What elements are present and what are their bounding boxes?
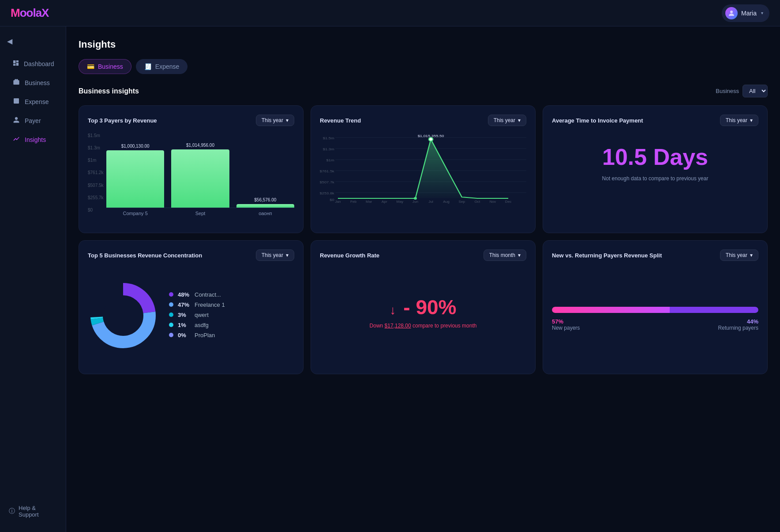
payer-split-period-dropdown[interactable]: This year ▾ <box>720 249 758 261</box>
sidebar-collapse-button[interactable]: ◀ <box>0 33 66 54</box>
sidebar-item-expense[interactable]: Expense <box>4 93 62 110</box>
chevron-icon: ▾ <box>750 252 753 258</box>
sidebar-item-insights[interactable]: Insights <box>4 131 62 148</box>
legend-item-contract: 48% Contract... <box>169 291 225 298</box>
help-support-button[interactable]: ⓘ Help & Support <box>0 498 66 525</box>
split-section: 57% New payers 44% Returning payers <box>552 272 758 331</box>
card-header: Revenue Trend This year ▾ <box>320 115 526 126</box>
svg-text:Jun: Jun <box>412 200 418 204</box>
page-title: Insights <box>79 39 768 50</box>
svg-text:Jan: Jan <box>335 200 341 204</box>
expense-icon <box>12 97 20 106</box>
avg-time-period-dropdown[interactable]: This year ▾ <box>720 115 758 126</box>
revenue-concentration-card: Top 5 Businesses Revenue Concentration T… <box>79 240 304 374</box>
legend: 48% Contract... 47% Freelance 1 3% qwert <box>169 291 225 342</box>
new-pct: 57% <box>552 318 580 325</box>
svg-text:Apr: Apr <box>382 200 387 204</box>
sidebar-item-label: Insights <box>25 136 46 143</box>
period-label: This year <box>262 117 283 123</box>
bar-sept: $1,014,956.00 <box>171 143 229 208</box>
sidebar-item-label: Dashboard <box>24 60 54 67</box>
bar-fill <box>106 150 164 208</box>
business-filter-select[interactable]: All <box>742 85 768 97</box>
split-labels: 57% New payers 44% Returning payers <box>552 318 758 331</box>
svg-point-34 <box>103 296 143 335</box>
chevron-icon: ▾ <box>518 117 521 123</box>
avg-time-sub: Not enough data to compare to previous y… <box>552 175 758 182</box>
returning-payers-stat: 44% Returning payers <box>718 318 758 331</box>
chevron-icon: ▾ <box>750 117 753 123</box>
chevron-down-icon: ▾ <box>761 11 763 15</box>
user-name: Maria <box>741 10 757 17</box>
y-axis-labels: $1.5m $1.3m $1m $761.2k $507.5k $255.7k … <box>88 133 105 212</box>
top-cards-grid: Top 3 Payers by Revenue This year ▾ $1.5… <box>79 105 768 233</box>
card-header: Average Time to Invoice Payment This yea… <box>552 115 758 126</box>
business-tab-label: Business <box>98 63 123 70</box>
card-title: Top 3 Payers by Revenue <box>88 117 157 124</box>
revenue-trend-card: Revenue Trend This year ▾ <box>311 105 536 233</box>
card-title: New vs. Returning Payers Revenue Split <box>552 252 662 259</box>
legend-item-freelance: 47% Freelance 1 <box>169 301 225 308</box>
chevron-icon: ▾ <box>518 252 521 258</box>
tab-expense[interactable]: 🧾 Expense <box>136 59 188 74</box>
tab-business[interactable]: 💳 Business <box>79 59 131 74</box>
svg-point-0 <box>730 11 733 13</box>
main-content: Insights 💳 Business 🧾 Expense Business i… <box>66 26 780 532</box>
growth-rate-period-dropdown[interactable]: This month ▾ <box>484 249 526 261</box>
line-chart-svg: $1.5m $1.3m $1m $761.5k $507.7k $253.8k … <box>320 133 526 204</box>
svg-text:$0: $0 <box>330 198 334 202</box>
card-header: Top 5 Businesses Revenue Concentration T… <box>88 249 294 261</box>
sidebar-item-dashboard[interactable]: Dashboard <box>4 55 62 72</box>
revenue-trend-period-dropdown[interactable]: This year ▾ <box>488 115 526 126</box>
sidebar-item-business[interactable]: Business <box>4 74 62 91</box>
card-header: Top 3 Payers by Revenue This year ▾ <box>88 115 294 126</box>
logo: MoolaX <box>11 6 49 20</box>
card-title: Top 5 Businesses Revenue Concentration <box>88 252 202 259</box>
svg-text:Nov: Nov <box>490 200 496 204</box>
sidebar-item-label: Payer <box>25 117 41 124</box>
svg-text:$1m: $1m <box>326 158 334 162</box>
legend-item-proplan: 0% ProPlan <box>169 332 225 339</box>
app-body: ◀ Dashboard Business Expense Payer <box>0 26 780 532</box>
period-label: This year <box>726 252 747 258</box>
bar-company5: $1,000,130.00 <box>106 144 164 208</box>
sidebar-item-payer[interactable]: Payer <box>4 112 62 129</box>
business-tab-icon: 💳 <box>87 63 94 70</box>
filter-label: Business <box>716 88 739 94</box>
growth-rate-card: Revenue Growth Rate This month ▾ ↓ - 90%… <box>311 240 536 374</box>
user-menu[interactable]: Maria ▾ <box>722 4 769 22</box>
svg-text:$253.8k: $253.8k <box>320 191 334 195</box>
svg-text:Sep: Sep <box>458 200 465 204</box>
avatar <box>725 7 738 19</box>
returning-label: Returning payers <box>718 325 758 331</box>
bars-area: $1,000,130.00 $1,014,956.00 $56,576.00 <box>106 133 294 208</box>
period-label: This month <box>489 252 515 258</box>
sidebar: ◀ Dashboard Business Expense Payer <box>0 26 66 532</box>
help-icon: ⓘ <box>9 507 15 515</box>
chevron-icon: ▾ <box>286 252 289 258</box>
sidebar-item-label: Business <box>25 79 50 86</box>
help-label: Help & Support <box>19 505 57 518</box>
card-title: Revenue Growth Rate <box>320 252 379 259</box>
svg-text:Aug: Aug <box>443 200 450 204</box>
svg-point-17 <box>414 197 417 200</box>
top-payers-period-dropdown[interactable]: This year ▾ <box>256 115 294 126</box>
svg-text:$507.7k: $507.7k <box>320 180 334 184</box>
business-icon <box>12 78 20 87</box>
dashboard-icon <box>12 60 19 68</box>
card-header: New vs. Returning Payers Revenue Split T… <box>552 249 758 261</box>
top-payers-card: Top 3 Payers by Revenue This year ▾ $1.5… <box>79 105 304 233</box>
svg-text:$1.3m: $1.3m <box>323 147 334 151</box>
concentration-period-dropdown[interactable]: This year ▾ <box>256 249 294 261</box>
svg-text:Mar: Mar <box>366 200 372 204</box>
bar-fill <box>236 204 294 208</box>
expense-tab-label: Expense <box>155 63 179 70</box>
legend-color <box>169 313 173 317</box>
sidebar-item-label: Expense <box>25 98 49 105</box>
svg-text:Jul: Jul <box>428 200 433 204</box>
down-arrow-icon: ↓ <box>390 303 396 317</box>
x-axis-labels: Company 5 Sept оаонп <box>106 211 294 216</box>
svg-text:May: May <box>397 200 404 204</box>
svg-text:$1.5m: $1.5m <box>323 136 334 140</box>
svg-text:Oct: Oct <box>474 200 480 204</box>
